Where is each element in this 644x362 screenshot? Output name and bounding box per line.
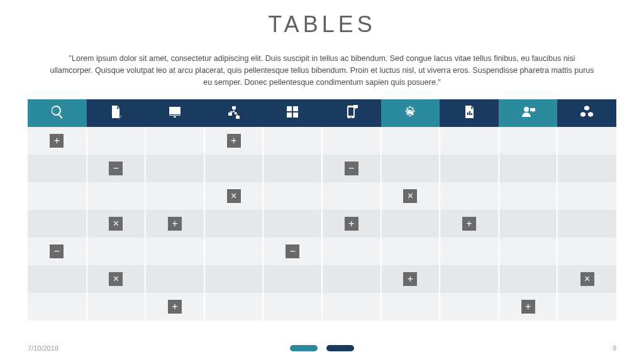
col-monitor	[145, 99, 204, 127]
table-cell	[322, 238, 381, 265]
table-cell	[381, 155, 440, 182]
table-cell	[499, 127, 558, 155]
cubes-icon	[579, 111, 594, 121]
mobile-chat-icon	[344, 111, 359, 121]
cross-mark	[227, 189, 241, 203]
table-cell	[263, 210, 322, 238]
table-cell	[28, 293, 87, 321]
minus-mark	[109, 162, 123, 175]
table-row	[28, 182, 616, 210]
table-cell	[499, 293, 558, 321]
table-cell	[499, 182, 558, 210]
col-search	[28, 99, 87, 127]
table-cell	[499, 210, 558, 238]
col-cubes	[557, 99, 616, 127]
table-cell	[557, 127, 616, 155]
table-cell	[263, 155, 322, 182]
table-cell	[145, 182, 204, 210]
table-cell	[381, 238, 440, 265]
table-cell	[322, 127, 381, 155]
table-cell	[204, 155, 264, 182]
cross-mark	[403, 189, 417, 203]
pagination-dots	[290, 345, 354, 351]
table-cell	[263, 293, 322, 321]
table-cell	[499, 155, 558, 182]
table-cell	[263, 182, 322, 210]
page-subtitle: "Lorem ipsum dolor sit amet, consectetur…	[48, 53, 596, 88]
person-chat-icon	[521, 111, 536, 121]
col-mobile	[322, 99, 381, 127]
table-cell	[204, 127, 264, 155]
svg-point-2	[531, 109, 531, 110]
table-cell	[87, 182, 146, 210]
cross-mark	[109, 217, 123, 231]
col-document	[87, 99, 146, 127]
table-cell	[381, 182, 440, 210]
col-grid	[263, 99, 322, 127]
document-pencil-icon	[108, 111, 123, 121]
table-cell	[440, 265, 499, 293]
plus-mark	[403, 272, 417, 286]
plus-mark	[462, 217, 476, 231]
table-cell	[87, 155, 146, 182]
footer-page: 9	[613, 344, 616, 352]
minus-mark	[50, 244, 64, 258]
table-cell	[557, 293, 616, 321]
plus-mark	[50, 134, 64, 148]
table-cell	[28, 238, 87, 265]
plus-mark	[227, 134, 241, 148]
table-row	[28, 238, 616, 265]
table-cell	[440, 210, 499, 238]
cross-mark	[109, 272, 123, 286]
svg-point-4	[533, 109, 534, 110]
bar-chart-doc-icon	[462, 111, 477, 121]
table-cell	[322, 265, 381, 293]
table-row	[28, 155, 616, 182]
svg-point-3	[532, 109, 533, 110]
table-cell	[204, 182, 264, 210]
plus-mark	[168, 300, 182, 314]
table-cell	[28, 155, 87, 182]
minus-mark	[286, 244, 299, 258]
plus-mark	[521, 300, 535, 314]
table-cell	[145, 127, 204, 155]
col-chartdoc	[440, 99, 499, 127]
table-cell	[557, 182, 616, 210]
table-cell	[322, 210, 381, 238]
table-cell	[87, 127, 146, 155]
monitor-icon	[167, 111, 182, 121]
table-cell	[145, 210, 204, 238]
slide: TABLES "Lorem ipsum dolor sit amet, cons…	[0, 0, 644, 362]
data-table	[28, 99, 616, 321]
page-title: TABLES	[28, 11, 616, 38]
col-orgchart	[204, 99, 264, 127]
table-cell	[440, 182, 499, 210]
table-cell	[557, 238, 616, 265]
table-cell	[87, 238, 146, 265]
table-cell	[381, 265, 440, 293]
table-cell	[204, 238, 264, 265]
plus-mark	[168, 217, 182, 231]
table-cell	[263, 238, 322, 265]
table-row	[28, 265, 616, 293]
table-row	[28, 210, 616, 238]
table-cell	[322, 182, 381, 210]
table-cell	[28, 265, 87, 293]
search-icon	[50, 111, 65, 121]
table-cell	[499, 238, 558, 265]
table-cell	[145, 238, 204, 265]
table-cell	[322, 293, 381, 321]
col-nomail	[381, 99, 440, 127]
table-cell	[28, 210, 87, 238]
col-personchat	[499, 99, 558, 127]
table-row	[28, 293, 616, 321]
table-cell	[87, 210, 146, 238]
table-cell	[145, 265, 204, 293]
table-cell	[263, 127, 322, 155]
table-cell	[204, 265, 264, 293]
table-cell	[322, 155, 381, 182]
table-cell	[28, 127, 87, 155]
table-cell	[204, 293, 264, 321]
table-cell	[440, 238, 499, 265]
dot-teal	[290, 345, 318, 351]
